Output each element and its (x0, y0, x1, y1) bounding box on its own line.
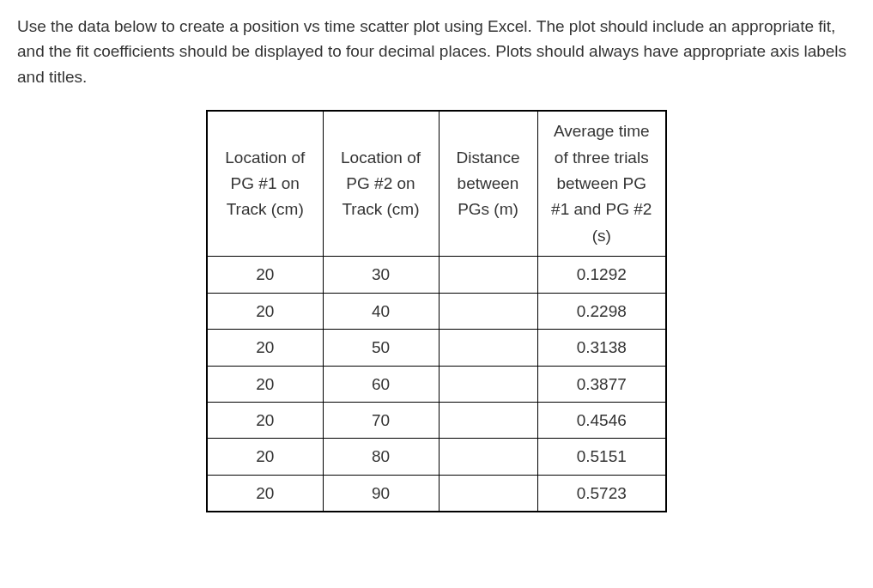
table-cell-c (439, 366, 537, 402)
table-cell-b: 80 (323, 439, 439, 475)
table-cell-a: 20 (207, 257, 323, 293)
table-row: 20600.3877 (207, 366, 666, 402)
table-row: 20300.1292 (207, 257, 666, 293)
header-avg-time: Average time of three trials between PG … (537, 111, 666, 256)
table-cell-a: 20 (207, 293, 323, 329)
table-cell-c (439, 293, 537, 329)
table-cell-c (439, 330, 537, 366)
header-pg1-location: Location of PG #1 on Track (cm) (207, 111, 323, 256)
table-row: 20400.2298 (207, 293, 666, 329)
question-instructions: Use the data below to create a position … (17, 14, 856, 89)
table-cell-c (439, 439, 537, 475)
table-cell-d: 0.2298 (537, 293, 666, 329)
table-row: 20500.3138 (207, 330, 666, 366)
table-cell-a: 20 (207, 439, 323, 475)
table-cell-b: 60 (323, 366, 439, 402)
table-cell-b: 50 (323, 330, 439, 366)
data-table-wrapper: Location of PG #1 on Track (cm) Location… (17, 110, 856, 512)
table-cell-d: 0.3877 (537, 366, 666, 402)
table-body: 20300.129220400.229820500.313820600.3877… (207, 257, 666, 512)
table-cell-a: 20 (207, 475, 323, 512)
table-cell-b: 30 (323, 257, 439, 293)
table-cell-c (439, 403, 537, 439)
header-pg2-location: Location of PG #2 on Track (cm) (323, 111, 439, 256)
table-cell-a: 20 (207, 330, 323, 366)
table-cell-d: 0.5151 (537, 439, 666, 475)
table-row: 20900.5723 (207, 475, 666, 512)
table-cell-b: 70 (323, 403, 439, 439)
table-cell-d: 0.4546 (537, 403, 666, 439)
table-cell-b: 90 (323, 475, 439, 512)
table-cell-d: 0.3138 (537, 330, 666, 366)
table-cell-a: 20 (207, 366, 323, 402)
table-cell-d: 0.1292 (537, 257, 666, 293)
table-cell-c (439, 475, 537, 512)
header-distance: Distance between PGs (m) (439, 111, 537, 256)
table-row: 20800.5151 (207, 439, 666, 475)
data-table: Location of PG #1 on Track (cm) Location… (206, 110, 667, 512)
table-cell-c (439, 257, 537, 293)
table-header-row: Location of PG #1 on Track (cm) Location… (207, 111, 666, 256)
table-cell-b: 40 (323, 293, 439, 329)
table-cell-d: 0.5723 (537, 475, 666, 512)
table-row: 20700.4546 (207, 403, 666, 439)
table-cell-a: 20 (207, 403, 323, 439)
